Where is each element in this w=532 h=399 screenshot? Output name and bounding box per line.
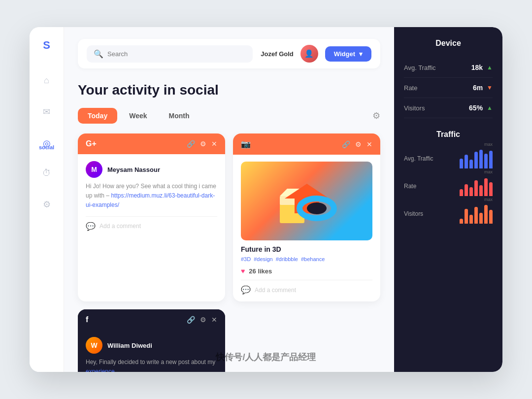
link-icon[interactable]: 🔗 <box>187 140 195 148</box>
facebook-icon: f <box>86 315 88 324</box>
sidebar-item-label: social <box>39 144 54 150</box>
sidebar-item-chart[interactable]: ⏱ <box>38 164 56 182</box>
post-link-fb[interactable]: experience <box>86 368 115 372</box>
bar <box>484 205 488 224</box>
search-box[interactable]: 🔍 <box>87 45 253 63</box>
device-label-visitors: Visitors <box>404 104 425 112</box>
instagram-header: 📷 🔗 ⚙ ✕ <box>233 133 380 155</box>
gplus-header: G+ 🔗 ⚙ ✕ <box>78 133 225 154</box>
comment-placeholder[interactable]: Add a comment <box>255 287 296 294</box>
traffic-label-rate: Rate <box>404 183 438 190</box>
cards-grid: G+ 🔗 ⚙ ✕ M Meysam Nassour Hi <box>78 133 380 372</box>
post-user-name-fb: William Diwedi <box>107 342 152 349</box>
device-row-visitors: Visitors 65% ▲ <box>404 98 493 118</box>
sidebar-item-mail[interactable]: ✉ <box>38 103 56 121</box>
device-value-traffic: 18k ▲ <box>471 64 493 71</box>
device-title: Device <box>404 39 493 48</box>
gear-icon[interactable]: ⚙ <box>200 316 206 324</box>
bar <box>484 154 488 168</box>
sidebar-nav: ⌂ ✉ ◎ social ⏱ ⚙ <box>38 71 56 360</box>
post-user-name: Meysam Nassour <box>107 166 160 173</box>
traffic-title: Traffic <box>404 130 493 139</box>
traffic-section: Traffic Avg. Traffic max Rat <box>404 130 493 224</box>
facebook-card: f 🔗 ⚙ ✕ W William Diwedi Hey <box>78 309 225 372</box>
bar-chart-rate: max <box>460 176 493 196</box>
chevron-down-icon: ▾ <box>359 50 363 58</box>
max-label: max <box>484 142 493 147</box>
bar <box>469 187 473 196</box>
arrow-up-icon: ▲ <box>487 64 493 71</box>
link-icon[interactable]: 🔗 <box>187 316 195 324</box>
card-header-icons-insta: 🔗 ⚙ ✕ <box>342 140 372 148</box>
svg-point-5 <box>307 202 327 214</box>
max-label-2: max <box>484 169 493 174</box>
device-row-traffic: Avg. Traffic 18k ▲ <box>404 58 493 78</box>
tab-bar: Today Week Month ⚙ <box>78 108 380 124</box>
bar <box>479 150 483 168</box>
tab-month[interactable]: Month <box>159 108 200 124</box>
tab-today[interactable]: Today <box>78 108 117 124</box>
3d-shape <box>241 162 372 240</box>
bar <box>469 215 473 224</box>
header: 🔍 Jozef Gold 👤 Widget ▾ <box>78 39 380 68</box>
gplus-icon: G+ <box>86 139 97 148</box>
tag-behance[interactable]: #behance <box>301 256 325 262</box>
bar <box>489 182 493 196</box>
tab-week[interactable]: Week <box>119 108 157 124</box>
tag-dribbble[interactable]: #dribbble <box>276 256 298 262</box>
device-row-rate: Rate 6m ▼ <box>404 78 493 98</box>
gear-icon[interactable]: ⚙ <box>200 140 206 148</box>
post-tags: #3D #design #dribbble #behance <box>241 256 372 262</box>
main-content: 🔍 Jozef Gold 👤 Widget ▾ Your activity in… <box>64 27 394 372</box>
card-header-icons: 🔗 ⚙ ✕ <box>187 140 217 148</box>
user-name: Jozef Gold <box>261 50 293 58</box>
search-input[interactable] <box>107 50 246 58</box>
comment-placeholder[interactable]: Add a comment <box>100 223 141 230</box>
post-avatar-fb: W <box>86 337 102 354</box>
post-avatar: M <box>86 161 102 178</box>
arrow-down-icon: ▼ <box>487 84 493 91</box>
bar <box>479 185 483 196</box>
search-icon: 🔍 <box>94 49 103 59</box>
link-icon[interactable]: 🔗 <box>342 140 350 148</box>
dark-post-user: W William Diwedi <box>86 337 217 354</box>
bar-chart-visitors: max <box>460 204 493 224</box>
arrow-up-icon-2: ▲ <box>487 104 493 111</box>
post-text: Hi Jo! How are you? See what a cool thin… <box>86 182 217 210</box>
instagram-card: 📷 🔗 ⚙ ✕ <box>233 133 380 301</box>
facebook-header: f 🔗 ⚙ ✕ <box>78 309 225 330</box>
tag-design[interactable]: #design <box>254 256 273 262</box>
comment-icon: 💬 <box>86 222 96 231</box>
bar <box>479 213 483 224</box>
close-icon[interactable]: ✕ <box>366 140 372 148</box>
post-image <box>241 162 372 240</box>
3d-illustration <box>270 169 344 233</box>
likes-count: 26 likes <box>249 267 272 275</box>
bar <box>474 180 478 196</box>
sidebar-item-home[interactable]: ⌂ <box>38 71 56 89</box>
right-panel: Device Avg. Traffic 18k ▲ Rate 6m ▼ <box>394 27 502 372</box>
post-user: M Meysam Nassour <box>86 161 217 178</box>
traffic-label-visitors: Visitors <box>404 210 438 217</box>
gear-icon[interactable]: ⚙ <box>355 140 362 148</box>
sidebar-item-settings[interactable]: ⚙ <box>38 196 56 213</box>
dark-post-text: Hey, Finally decided to write a new post… <box>86 358 217 372</box>
bar <box>465 209 468 224</box>
device-value-rate: 6m ▼ <box>473 84 493 92</box>
header-right: Jozef Gold 👤 Widget ▾ <box>261 45 371 63</box>
bar <box>489 151 493 168</box>
close-icon[interactable]: ✕ <box>211 316 217 324</box>
traffic-label-avg: Avg. Traffic <box>404 155 438 162</box>
filter-button[interactable]: ⚙ <box>372 110 380 121</box>
bar <box>469 160 473 168</box>
close-icon[interactable]: ✕ <box>211 140 217 148</box>
bar <box>489 210 493 224</box>
traffic-row-rate: Rate max <box>404 176 493 196</box>
bar <box>465 155 468 168</box>
max-label-3: max <box>484 197 493 202</box>
tag-3d[interactable]: #3D <box>241 256 251 262</box>
instagram-icon: 📷 <box>241 139 251 149</box>
bar <box>465 184 468 196</box>
gplus-body: M Meysam Nassour Hi Jo! How are you? See… <box>78 154 225 238</box>
widget-button[interactable]: Widget ▾ <box>325 46 371 62</box>
